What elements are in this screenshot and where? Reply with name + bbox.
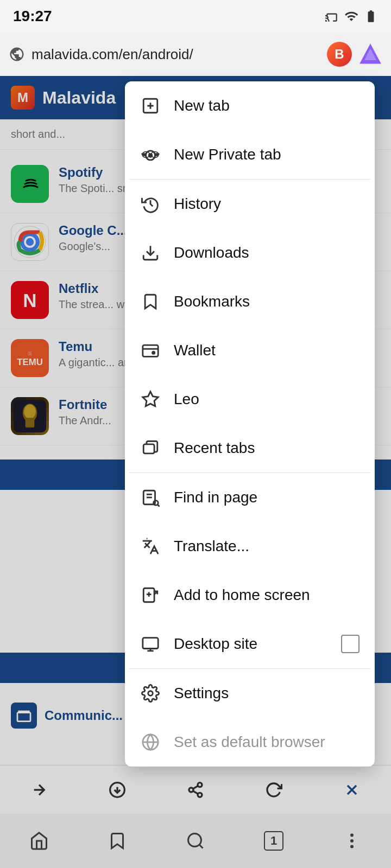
menu-item-find-in-page[interactable]: Find in page — [125, 473, 375, 522]
new-private-tab-label: New Private tab — [174, 146, 360, 163]
desktop-icon — [140, 634, 161, 654]
downloads-label: Downloads — [174, 244, 360, 261]
find-in-page-label: Find in page — [174, 489, 360, 506]
bookmarks-label: Bookmarks — [174, 293, 360, 310]
vpn-icon[interactable] — [358, 42, 382, 66]
svg-line-27 — [159, 154, 159, 155]
desktop-site-checkbox[interactable] — [341, 635, 360, 653]
url-text: malavida.com/en/android/ — [31, 46, 320, 63]
recent-tabs-label: Recent tabs — [174, 439, 360, 457]
status-bar: 19:27 — [0, 0, 391, 33]
cast-icon — [325, 9, 339, 23]
status-time: 19:27 — [13, 8, 52, 25]
set-default-label: Set as default browser — [174, 733, 360, 751]
leo-star-icon — [140, 389, 161, 410]
settings-label: Settings — [174, 685, 360, 702]
svg-rect-29 — [143, 345, 158, 356]
history-icon — [140, 194, 161, 214]
menu-item-leo[interactable]: Leo — [125, 375, 375, 424]
browser-icon — [140, 732, 161, 752]
wifi-icon — [344, 9, 358, 23]
menu-item-settings[interactable]: Settings — [125, 669, 375, 718]
menu-item-new-tab[interactable]: New tab — [125, 81, 375, 130]
add-home-icon — [140, 585, 161, 605]
svg-rect-32 — [143, 444, 154, 454]
menu-item-add-to-home[interactable]: Add to home screen — [125, 571, 375, 620]
menu-item-recent-tabs[interactable]: Recent tabs — [125, 424, 375, 473]
find-icon — [140, 487, 161, 508]
menu-item-history[interactable]: History — [125, 180, 375, 228]
menu-item-desktop-site[interactable]: Desktop site — [125, 620, 375, 668]
brave-shield-icon[interactable]: B — [327, 42, 352, 67]
svg-point-30 — [153, 352, 155, 354]
svg-marker-31 — [143, 392, 158, 406]
desktop-site-label: Desktop site — [174, 635, 328, 653]
status-icons — [325, 9, 378, 23]
menu-item-bookmarks[interactable]: Bookmarks — [125, 277, 375, 326]
history-label: History — [174, 195, 360, 213]
wallet-label: Wallet — [174, 342, 360, 359]
new-tab-label: New tab — [174, 97, 360, 114]
eye-off-icon — [140, 144, 161, 165]
menu-item-downloads[interactable]: Downloads — [125, 228, 375, 277]
wallet-icon — [140, 340, 161, 361]
bookmark-icon — [140, 291, 161, 312]
recent-tabs-icon — [140, 438, 161, 458]
svg-line-37 — [157, 505, 160, 507]
svg-point-44 — [148, 691, 153, 696]
url-bar[interactable]: malavida.com/en/android/ B — [0, 33, 391, 76]
menu-item-wallet[interactable]: Wallet — [125, 326, 375, 375]
battery-icon — [364, 9, 378, 23]
settings-icon — [140, 683, 161, 704]
leo-label: Leo — [174, 391, 360, 408]
svg-point-23 — [142, 152, 150, 158]
add-to-home-label: Add to home screen — [174, 586, 360, 604]
translate-icon — [140, 536, 161, 557]
menu-item-new-private-tab[interactable]: New Private tab — [125, 130, 375, 179]
url-connection-icon — [9, 46, 25, 62]
translate-label: Translate... — [174, 538, 360, 555]
svg-point-24 — [151, 152, 159, 158]
svg-text:B: B — [335, 47, 344, 61]
menu-item-translate[interactable]: Translate... — [125, 522, 375, 571]
download-icon — [140, 242, 161, 263]
plus-square-icon — [140, 95, 161, 116]
svg-rect-41 — [143, 638, 158, 649]
menu-item-set-default[interactable]: Set as default browser — [125, 718, 375, 767]
dropdown-menu: New tab New Private tab — [125, 81, 375, 767]
svg-line-26 — [142, 154, 142, 155]
